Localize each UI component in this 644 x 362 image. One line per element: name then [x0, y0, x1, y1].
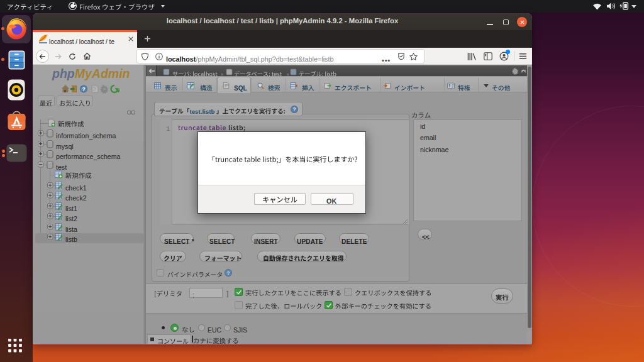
svg-text:?: ? — [227, 270, 230, 276]
svg-text:?: ? — [292, 106, 296, 112]
svg-text:?: ? — [82, 86, 85, 92]
